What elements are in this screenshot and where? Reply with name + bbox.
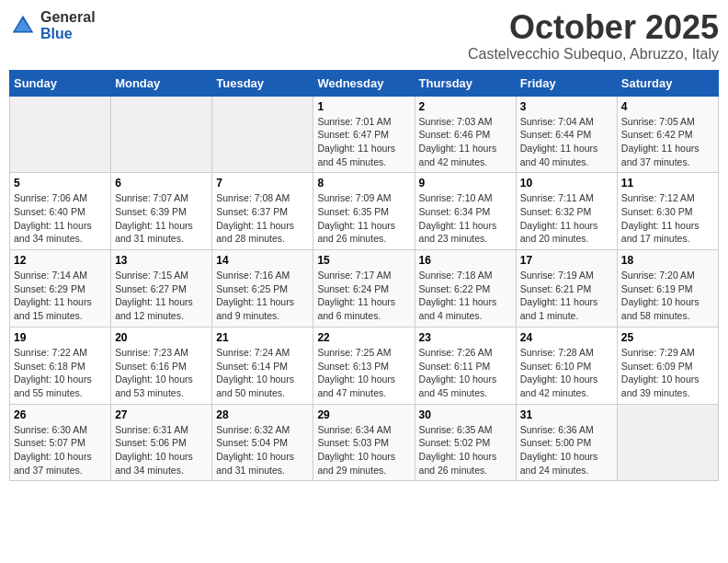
day-info: Sunrise: 7:20 AM Sunset: 6:19 PM Dayligh… [621,269,714,323]
day-info: Sunrise: 7:05 AM Sunset: 6:42 PM Dayligh… [621,115,714,169]
calendar-week-3: 12Sunrise: 7:14 AM Sunset: 6:29 PM Dayli… [10,250,719,327]
day-info: Sunrise: 7:25 AM Sunset: 6:13 PM Dayligh… [317,346,410,400]
day-number: 30 [419,408,512,421]
calendar-header-row: SundayMondayTuesdayWednesdayThursdayFrid… [10,70,719,96]
column-header-friday: Friday [516,70,617,96]
day-number: 17 [520,254,613,267]
calendar-cell: 3Sunrise: 7:04 AM Sunset: 6:44 PM Daylig… [516,96,617,173]
day-info: Sunrise: 6:34 AM Sunset: 5:03 PM Dayligh… [317,423,410,477]
day-number: 27 [115,408,208,421]
day-number: 18 [621,254,714,267]
column-header-thursday: Thursday [415,70,516,96]
header: General Blue October 2025 Castelvecchio … [9,9,719,63]
day-number: 3 [520,100,613,113]
calendar-cell: 5Sunrise: 7:06 AM Sunset: 6:40 PM Daylig… [10,173,111,250]
calendar-cell: 30Sunrise: 6:35 AM Sunset: 5:02 PM Dayli… [415,404,516,481]
day-number: 12 [14,254,107,267]
day-number: 15 [317,254,410,267]
calendar-week-2: 5Sunrise: 7:06 AM Sunset: 6:40 PM Daylig… [10,173,719,250]
day-number: 25 [621,331,714,344]
calendar-cell [212,96,313,173]
calendar-cell: 22Sunrise: 7:25 AM Sunset: 6:13 PM Dayli… [313,327,415,404]
day-info: Sunrise: 6:35 AM Sunset: 5:02 PM Dayligh… [419,423,512,477]
calendar-cell: 9Sunrise: 7:10 AM Sunset: 6:34 PM Daylig… [415,173,516,250]
logo-blue: Blue [40,26,96,42]
calendar-cell: 13Sunrise: 7:15 AM Sunset: 6:27 PM Dayli… [111,250,212,327]
day-info: Sunrise: 7:14 AM Sunset: 6:29 PM Dayligh… [14,269,107,323]
day-info: Sunrise: 7:04 AM Sunset: 6:44 PM Dayligh… [520,115,613,169]
day-number: 23 [419,331,512,344]
calendar-cell: 24Sunrise: 7:28 AM Sunset: 6:10 PM Dayli… [516,327,617,404]
column-header-monday: Monday [111,70,212,96]
day-info: Sunrise: 7:19 AM Sunset: 6:21 PM Dayligh… [520,269,613,323]
calendar-cell: 26Sunrise: 6:30 AM Sunset: 5:07 PM Dayli… [10,404,111,481]
calendar-cell: 21Sunrise: 7:24 AM Sunset: 6:14 PM Dayli… [212,327,313,404]
calendar-cell: 1Sunrise: 7:01 AM Sunset: 6:47 PM Daylig… [313,96,415,173]
calendar-week-4: 19Sunrise: 7:22 AM Sunset: 6:18 PM Dayli… [10,327,719,404]
day-number: 5 [14,177,107,190]
day-number: 8 [317,177,410,190]
day-number: 20 [115,331,208,344]
day-number: 28 [216,408,309,421]
day-info: Sunrise: 7:22 AM Sunset: 6:18 PM Dayligh… [14,346,107,400]
day-number: 2 [419,100,512,113]
day-info: Sunrise: 7:01 AM Sunset: 6:47 PM Dayligh… [317,115,410,169]
calendar-cell: 28Sunrise: 6:32 AM Sunset: 5:04 PM Dayli… [212,404,313,481]
day-info: Sunrise: 6:31 AM Sunset: 5:06 PM Dayligh… [115,423,208,477]
day-info: Sunrise: 6:36 AM Sunset: 5:00 PM Dayligh… [520,423,613,477]
day-number: 6 [115,177,208,190]
day-number: 26 [14,408,107,421]
calendar-cell: 25Sunrise: 7:29 AM Sunset: 6:09 PM Dayli… [617,327,718,404]
day-info: Sunrise: 7:06 AM Sunset: 6:40 PM Dayligh… [14,191,107,246]
calendar-cell: 27Sunrise: 6:31 AM Sunset: 5:06 PM Dayli… [111,404,212,481]
day-number: 31 [520,408,613,421]
day-info: Sunrise: 7:18 AM Sunset: 6:22 PM Dayligh… [419,269,512,323]
calendar-cell: 4Sunrise: 7:05 AM Sunset: 6:42 PM Daylig… [617,96,718,173]
day-number: 24 [520,331,613,344]
day-info: Sunrise: 7:28 AM Sunset: 6:10 PM Dayligh… [520,346,613,400]
calendar-cell: 31Sunrise: 6:36 AM Sunset: 5:00 PM Dayli… [516,404,617,481]
day-number: 11 [621,177,714,190]
day-info: Sunrise: 6:32 AM Sunset: 5:04 PM Dayligh… [216,423,309,477]
day-info: Sunrise: 7:17 AM Sunset: 6:24 PM Dayligh… [317,269,410,323]
day-number: 16 [419,254,512,267]
calendar-cell: 2Sunrise: 7:03 AM Sunset: 6:46 PM Daylig… [415,96,516,173]
column-header-wednesday: Wednesday [313,70,415,96]
calendar-cell: 20Sunrise: 7:23 AM Sunset: 6:16 PM Dayli… [111,327,212,404]
calendar-cell: 10Sunrise: 7:11 AM Sunset: 6:32 PM Dayli… [516,173,617,250]
calendar-cell: 16Sunrise: 7:18 AM Sunset: 6:22 PM Dayli… [415,250,516,327]
day-number: 19 [14,331,107,344]
day-info: Sunrise: 7:24 AM Sunset: 6:14 PM Dayligh… [216,346,309,400]
column-header-saturday: Saturday [617,70,718,96]
column-header-sunday: Sunday [10,70,111,96]
day-info: Sunrise: 7:11 AM Sunset: 6:32 PM Dayligh… [520,191,613,246]
calendar-cell: 12Sunrise: 7:14 AM Sunset: 6:29 PM Dayli… [10,250,111,327]
location-subtitle: Castelvecchio Subequo, Abruzzo, Italy [468,46,719,63]
title-area: October 2025 Castelvecchio Subequo, Abru… [468,9,719,63]
calendar-cell: 15Sunrise: 7:17 AM Sunset: 6:24 PM Dayli… [313,250,415,327]
day-number: 13 [115,254,208,267]
day-info: Sunrise: 7:10 AM Sunset: 6:34 PM Dayligh… [419,191,512,246]
calendar-cell: 18Sunrise: 7:20 AM Sunset: 6:19 PM Dayli… [617,250,718,327]
logo: General Blue [9,9,96,41]
day-info: Sunrise: 7:29 AM Sunset: 6:09 PM Dayligh… [621,346,714,400]
calendar-cell: 6Sunrise: 7:07 AM Sunset: 6:39 PM Daylig… [111,173,212,250]
day-number: 10 [520,177,613,190]
calendar-table: SundayMondayTuesdayWednesdayThursdayFrid… [9,70,719,482]
day-info: Sunrise: 7:26 AM Sunset: 6:11 PM Dayligh… [419,346,512,400]
day-info: Sunrise: 6:30 AM Sunset: 5:07 PM Dayligh… [14,423,107,477]
calendar-week-1: 1Sunrise: 7:01 AM Sunset: 6:47 PM Daylig… [10,96,719,173]
calendar-cell: 23Sunrise: 7:26 AM Sunset: 6:11 PM Dayli… [415,327,516,404]
column-header-tuesday: Tuesday [212,70,313,96]
calendar-cell [111,96,212,173]
day-info: Sunrise: 7:09 AM Sunset: 6:35 PM Dayligh… [317,191,410,246]
calendar-cell [10,96,111,173]
day-number: 4 [621,100,714,113]
day-info: Sunrise: 7:16 AM Sunset: 6:25 PM Dayligh… [216,269,309,323]
day-number: 1 [317,100,410,113]
day-info: Sunrise: 7:07 AM Sunset: 6:39 PM Dayligh… [115,191,208,246]
calendar-cell: 29Sunrise: 6:34 AM Sunset: 5:03 PM Dayli… [313,404,415,481]
day-number: 14 [216,254,309,267]
day-info: Sunrise: 7:12 AM Sunset: 6:30 PM Dayligh… [621,191,714,246]
day-number: 22 [317,331,410,344]
